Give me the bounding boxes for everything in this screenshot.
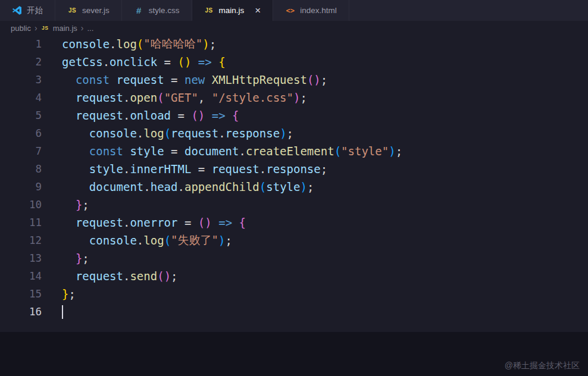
code-token: ( xyxy=(164,127,171,140)
code-line[interactable]: 5 request.onload = () => { xyxy=(0,106,588,124)
vscode-logo-icon xyxy=(12,5,22,15)
line-number[interactable]: 6 xyxy=(0,127,42,139)
code-token: ) xyxy=(218,234,225,247)
code-token: . xyxy=(143,180,150,193)
line-number[interactable]: 15 xyxy=(0,288,42,300)
code-token: const xyxy=(76,73,110,86)
code-token xyxy=(62,127,89,140)
code-text: }; xyxy=(42,287,76,300)
line-number[interactable]: 3 xyxy=(0,74,42,86)
code-line[interactable]: 10 }; xyxy=(0,196,588,214)
code-token xyxy=(62,198,76,211)
code-text: request.onerror = () => { xyxy=(42,216,246,229)
tab-sever-js[interactable]: JS sever.js xyxy=(55,0,122,21)
code-token xyxy=(62,234,89,247)
html-file-icon: <> xyxy=(285,5,295,15)
breadcrumb-item-main-js[interactable]: main.js xyxy=(53,24,77,33)
code-line[interactable]: 1console.log("哈哈哈哈"); xyxy=(0,35,588,53)
code-line[interactable]: 12 console.log("失败了"); xyxy=(0,231,588,249)
code-line[interactable]: 7 const style = document.createElement("… xyxy=(0,142,588,160)
code-token: innerHTML xyxy=(130,162,191,176)
code-token: onload xyxy=(130,109,171,122)
code-token: . xyxy=(259,162,266,176)
code-token: style xyxy=(266,180,300,193)
line-number[interactable]: 14 xyxy=(0,270,42,282)
line-number[interactable]: 8 xyxy=(0,163,42,175)
code-line[interactable]: 13 }; xyxy=(0,249,588,267)
code-line[interactable]: 6 console.log(request.response); xyxy=(0,124,588,142)
code-token: ) xyxy=(205,216,211,229)
code-token: ; xyxy=(287,127,293,140)
code-line[interactable]: 4 request.open("GET", "/style.css"); xyxy=(0,89,588,106)
code-token xyxy=(62,162,89,176)
code-token: log xyxy=(143,234,164,247)
code-token: ; xyxy=(171,270,177,283)
code-token: const xyxy=(89,145,123,158)
tab-label: main.js xyxy=(219,6,245,15)
code-line[interactable]: 11 request.onerror = () => { xyxy=(0,214,588,231)
line-number[interactable]: 1 xyxy=(0,38,42,50)
code-token: ; xyxy=(68,287,75,300)
code-token: . xyxy=(123,162,130,176)
code-text: request.open("GET", "/style.css"); xyxy=(42,91,307,104)
close-icon[interactable]: × xyxy=(255,5,261,15)
code-token: response xyxy=(226,127,280,140)
code-text: const request = new XMLHttpRequest(); xyxy=(42,73,327,86)
code-line[interactable]: 8 style.innerHTML = request.response; xyxy=(0,160,588,178)
code-token: ) xyxy=(280,127,286,140)
code-line[interactable]: 9 document.head.appendChild(style); xyxy=(0,178,588,196)
code-token xyxy=(212,55,218,68)
code-token: request xyxy=(76,270,123,283)
code-token: ; xyxy=(209,37,216,51)
code-token: style xyxy=(130,145,164,158)
code-text: style.innerHTML = request.response; xyxy=(42,162,327,176)
code-text: console.log("哈哈哈哈"); xyxy=(42,36,216,52)
code-token: send xyxy=(130,270,157,283)
code-token xyxy=(110,73,116,86)
line-number[interactable]: 4 xyxy=(0,92,42,104)
tab-label: style.css xyxy=(149,6,180,15)
code-token: { xyxy=(239,216,246,229)
code-token: ( xyxy=(157,91,164,104)
line-number[interactable]: 12 xyxy=(0,234,42,246)
code-token: . xyxy=(110,37,116,51)
line-number[interactable]: 10 xyxy=(0,199,42,211)
code-line[interactable]: 3 const request = new XMLHttpRequest(); xyxy=(0,71,588,89)
line-number[interactable]: 2 xyxy=(0,56,42,68)
js-file-icon: JS xyxy=(67,5,77,15)
code-token: ) xyxy=(164,270,171,283)
tab-index-html[interactable]: <> index.html xyxy=(273,0,349,21)
code-token: log xyxy=(117,37,137,51)
code-token: "失败了" xyxy=(171,233,218,248)
code-token: ; xyxy=(321,162,327,176)
tab-welcome[interactable]: 开始 xyxy=(0,0,55,21)
line-number[interactable]: 5 xyxy=(0,109,42,121)
line-number[interactable]: 7 xyxy=(0,145,42,157)
code-token: ; xyxy=(82,252,89,265)
code-line[interactable]: 16 xyxy=(0,303,588,321)
tab-main-js[interactable]: JS main.js × xyxy=(192,0,274,21)
code-token: ( xyxy=(198,216,205,229)
code-token: new xyxy=(184,73,205,86)
code-line[interactable]: 14 request.send(); xyxy=(0,267,588,285)
code-token: . xyxy=(123,109,130,122)
code-line[interactable]: 15}; xyxy=(0,285,588,303)
code-editor[interactable]: 1console.log("哈哈哈哈");2getCss.onclick = (… xyxy=(0,35,588,321)
breadcrumb-item-public[interactable]: public xyxy=(11,24,31,33)
code-token: document xyxy=(184,145,239,158)
code-token: ; xyxy=(82,198,89,211)
line-number[interactable]: 11 xyxy=(0,217,42,228)
tab-label: sever.js xyxy=(82,6,110,15)
code-token: "GET" xyxy=(164,91,198,104)
code-line[interactable]: 2getCss.onclick = () => { xyxy=(0,53,588,71)
code-token: ; xyxy=(225,234,232,247)
code-token: . xyxy=(123,216,130,229)
line-number[interactable]: 9 xyxy=(0,181,42,193)
code-token: XMLHttpRequest xyxy=(212,73,307,86)
code-token: console xyxy=(89,234,137,247)
tab-style-css[interactable]: # style.css xyxy=(122,0,192,21)
breadcrumb-item-more[interactable]: ... xyxy=(87,24,94,33)
line-number[interactable]: 13 xyxy=(0,252,42,264)
code-token: } xyxy=(62,287,68,300)
line-number[interactable]: 16 xyxy=(0,306,42,318)
